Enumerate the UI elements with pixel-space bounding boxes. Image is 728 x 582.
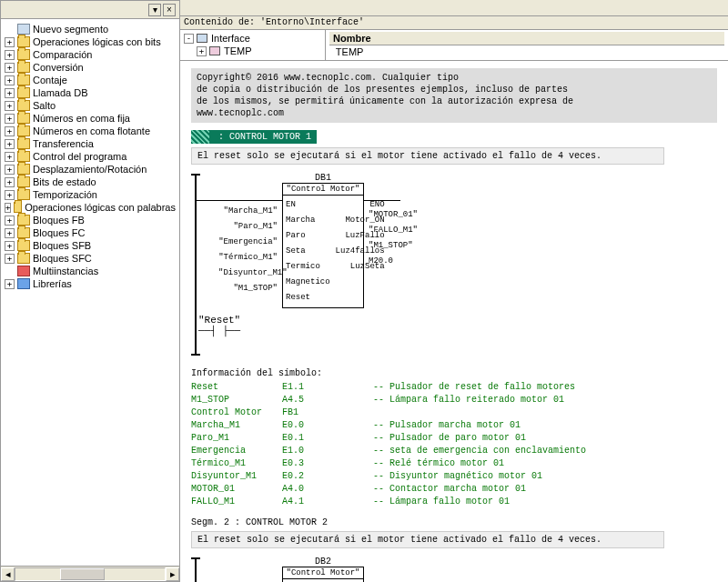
tree-item-label: Bloques FC [33, 227, 85, 238]
expand-icon[interactable]: + [5, 139, 15, 149]
tree-item-label: Multiinstancias [33, 266, 98, 276]
expand-icon[interactable]: + [5, 203, 11, 213]
fb-block-1[interactable]: DB1 "Control Motor" EN Marcha Paro Seta … [282, 183, 364, 308]
tree-item-label: Números en coma fija [33, 113, 130, 124]
tree-item-18[interactable]: +Bloques SFC [3, 252, 177, 265]
segment-1-network[interactable]: DB1 "Control Motor" EN Marcha Paro Seta … [191, 174, 717, 356]
tree-item-label: Conversión [33, 62, 84, 73]
folder-icon [17, 164, 30, 175]
tree-item-20[interactable]: +Librerías [3, 277, 177, 290]
folder-icon [17, 87, 30, 98]
segment-2-label[interactable]: Segm. 2 : CONTROL MOTOR 2 [191, 517, 717, 527]
folder-icon [17, 138, 30, 149]
tree-item-11[interactable]: +Desplazamiento/Rotación [3, 163, 177, 176]
tree-item-13[interactable]: +Temporización [3, 188, 177, 201]
expand-icon[interactable]: + [5, 63, 15, 73]
tree-item-9[interactable]: +Transferencia [3, 137, 177, 150]
folder-icon [17, 151, 30, 162]
expand-icon[interactable]: + [5, 152, 15, 162]
tree-item-label: Salto [33, 100, 56, 111]
tree-item-1[interactable]: +Operaciones lógicas con bits [3, 35, 177, 48]
tree-item-label: Desplazamiento/Rotación [33, 164, 147, 175]
folder-icon [17, 125, 30, 136]
expand-icon[interactable]: + [5, 126, 15, 136]
expand-icon[interactable]: + [5, 177, 15, 187]
folder-icon [17, 113, 30, 124]
fb-block-2[interactable]: DB2 "Control Motor" EN Marcha ENO Motor_… [282, 567, 364, 582]
tree-item-label: Operaciones lógicas con palabras [25, 202, 176, 213]
tree-item-0[interactable]: Nuevo segmento [3, 23, 177, 35]
tree-item-8[interactable]: +Números en coma flotante [3, 125, 177, 137]
interface-panel: - Interface + TEMP Nombre TEMP [180, 30, 728, 61]
tree-item-7[interactable]: +Números en coma fija [3, 112, 177, 125]
tree-item-17[interactable]: +Bloques SFB [3, 239, 177, 252]
tree-item-19[interactable]: Multiinstancias [3, 265, 177, 277]
expand-icon[interactable]: + [5, 279, 15, 289]
symbol-row: ResetE1.1-- Pulsador de reset de fallo m… [191, 381, 717, 394]
sidebar-pin-button[interactable]: ▾ [148, 4, 161, 16]
expand-icon[interactable]: + [5, 88, 15, 98]
symbol-row: MOTOR_01A4.0-- Contactor marcha motor 01 [191, 483, 717, 496]
tree-item-label: Bloques SFB [33, 240, 91, 251]
copyright-box: Copyright© 2016 www.tecnoplc.com. Cualqu… [191, 68, 717, 123]
tree-item-10[interactable]: +Control del programa [3, 150, 177, 163]
name-cell[interactable]: TEMP [329, 45, 724, 58]
symbol-row: M1_STOPA4.5-- Lámpara fallo reiterado mo… [191, 394, 717, 406]
expand-icon[interactable]: + [5, 101, 15, 111]
tree-item-15[interactable]: +Bloques FB [3, 214, 177, 226]
tree-item-label: Llamada DB [33, 87, 88, 98]
sidebar-close-button[interactable]: × [163, 4, 176, 16]
sidebar: ▾ × Nuevo segmento+Operaciones lógicas c… [0, 0, 180, 582]
folder-icon [17, 62, 30, 73]
folder-icon [17, 75, 30, 85]
tree-item-3[interactable]: +Conversión [3, 61, 177, 74]
instruction-tree[interactable]: Nuevo segmento+Operaciones lógicas con b… [1, 19, 179, 566]
expand-icon[interactable]: + [197, 46, 207, 56]
expand-icon[interactable]: + [5, 114, 15, 124]
sidebar-hscrollbar[interactable]: ◂ ▸ [1, 566, 179, 581]
ladder-editor[interactable]: Copyright© 2016 www.tecnoplc.com. Cualqu… [180, 61, 728, 582]
folder-icon [17, 253, 30, 264]
tree-item-4[interactable]: +Contaje [3, 74, 177, 86]
segment-1-description: El reset solo se ejecutará si el motor t… [191, 147, 664, 165]
fb1-db-label: DB1 [283, 173, 363, 183]
tree-item-14[interactable]: +Operaciones lógicas con palabras [3, 201, 177, 214]
expand-icon[interactable]: + [5, 50, 15, 60]
symbol-row: Térmico_M1E0.3-- Relé térmico motor 01 [191, 457, 717, 470]
expand-icon[interactable]: + [5, 165, 15, 175]
input-seta-label: "Emergencia" [218, 237, 278, 246]
tree-item-label: Bloques SFC [33, 253, 92, 264]
folder-icon [17, 100, 30, 111]
expand-icon[interactable]: + [5, 216, 15, 226]
path-bar: Contenido de: 'Entorno\Interface' [180, 16, 728, 30]
expand-icon[interactable]: + [5, 37, 15, 47]
expand-icon[interactable]: + [5, 228, 15, 238]
interface-temp-row[interactable]: + TEMP [184, 45, 321, 57]
folder-icon [17, 240, 30, 251]
folder-icon [17, 189, 30, 200]
folder-icon [17, 176, 30, 187]
symbol-row: Marcha_M1E0.0-- Pulsador marcha motor 01 [191, 419, 717, 432]
tree-item-6[interactable]: +Salto [3, 99, 177, 112]
expand-icon[interactable]: + [5, 241, 15, 251]
reset-contact[interactable]: "Reset" ──┤ ├── [198, 315, 240, 336]
tree-item-5[interactable]: +Llamada DB [3, 86, 177, 99]
expand-icon[interactable]: + [5, 254, 15, 264]
segment-1-header[interactable]: : CONTROL MOTOR 1 [191, 130, 317, 144]
interface-root-row[interactable]: - Interface [184, 32, 321, 45]
input-marcha-label: "Marcha_M1" [218, 206, 278, 216]
symbol-row: FALLO_M1A4.1-- Lámpara fallo motor 01 [191, 496, 717, 508]
expand-icon[interactable]: + [5, 190, 15, 200]
output-luzfallo-label: "FALLO_M1" [369, 226, 418, 235]
collapse-icon[interactable]: - [184, 34, 194, 44]
tree-item-16[interactable]: +Bloques FC [3, 226, 177, 239]
fb2-db-label: DB2 [283, 557, 363, 567]
segment-2-network[interactable]: DB2 "Control Motor" EN Marcha ENO Motor_… [191, 557, 717, 582]
input-reset2-label: "M1_STOP" [218, 284, 278, 293]
folder-icon [17, 227, 30, 238]
interface-icon [197, 34, 207, 43]
tree-item-12[interactable]: +Bits de estado [3, 176, 177, 188]
tree-item-2[interactable]: +Comparación [3, 48, 177, 61]
symbol-row: Paro_M1E0.1-- Pulsador de paro motor 01 [191, 432, 717, 445]
expand-icon[interactable]: + [5, 75, 15, 85]
